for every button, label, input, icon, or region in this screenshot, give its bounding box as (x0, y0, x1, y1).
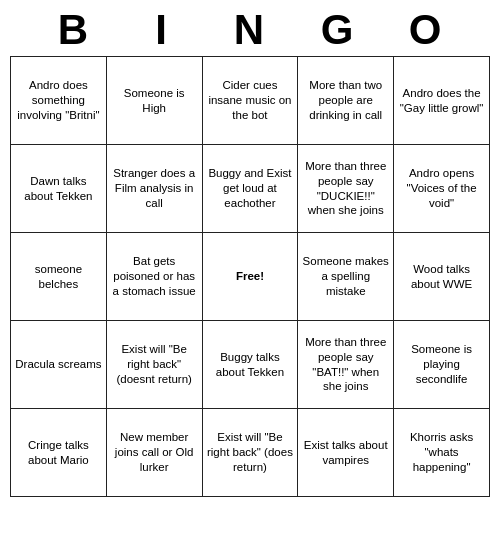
cell-r2-c3[interactable]: Someone makes a spelling mistake (298, 233, 394, 321)
cell-r1-c1[interactable]: Stranger does a Film analysis in call (106, 145, 202, 233)
cell-r0-c0[interactable]: Andro does something involving "Britni" (11, 57, 107, 145)
cell-r1-c3[interactable]: More than three people say "DUCKIE!!" wh… (298, 145, 394, 233)
cell-r1-c4[interactable]: Andro opens "Voices of the void" (394, 145, 490, 233)
cell-r0-c2[interactable]: Cider cues insane music on the bot (202, 57, 298, 145)
cell-r4-c0[interactable]: Cringe talks about Mario (11, 409, 107, 497)
cell-r4-c2[interactable]: Exist will "Be right back" (does return) (202, 409, 298, 497)
cell-r4-c3[interactable]: Exist talks about vampires (298, 409, 394, 497)
cell-r0-c4[interactable]: Andro does the "Gay little growl" (394, 57, 490, 145)
cell-r4-c1[interactable]: New member joins call or Old lurker (106, 409, 202, 497)
letter-n: N (206, 6, 294, 54)
cell-r3-c0[interactable]: Dracula screams (11, 321, 107, 409)
letter-b: B (30, 6, 118, 54)
letter-o: O (382, 6, 470, 54)
cell-r2-c2[interactable]: Free! (202, 233, 298, 321)
cell-r4-c4[interactable]: Khorris asks "whats happening" (394, 409, 490, 497)
cell-r3-c3[interactable]: More than three people say "BAT!!" when … (298, 321, 394, 409)
cell-r2-c4[interactable]: Wood talks about WWE (394, 233, 490, 321)
letter-g: G (294, 6, 382, 54)
cell-r3-c1[interactable]: Exist will "Be right back" (doesnt retur… (106, 321, 202, 409)
letter-i: I (118, 6, 206, 54)
cell-r2-c0[interactable]: someone belches (11, 233, 107, 321)
cell-r0-c3[interactable]: More than two people are drinking in cal… (298, 57, 394, 145)
bingo-grid: Andro does something involving "Britni"S… (10, 56, 490, 497)
cell-r1-c0[interactable]: Dawn talks about Tekken (11, 145, 107, 233)
cell-r1-c2[interactable]: Buggy and Exist get loud at eachother (202, 145, 298, 233)
cell-r3-c2[interactable]: Buggy talks about Tekken (202, 321, 298, 409)
bingo-title: B I N G O (0, 0, 500, 56)
cell-r0-c1[interactable]: Someone is High (106, 57, 202, 145)
cell-r2-c1[interactable]: Bat gets poisoned or has a stomach issue (106, 233, 202, 321)
cell-r3-c4[interactable]: Someone is playing secondlife (394, 321, 490, 409)
